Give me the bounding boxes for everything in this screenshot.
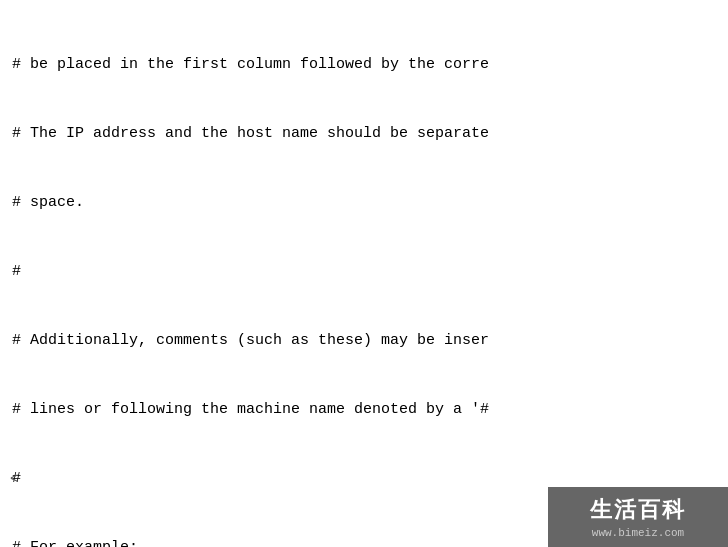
watermark-main-text: 生活百科 xyxy=(590,495,686,525)
watermark-sub-text: www.bimeiz.com xyxy=(592,527,684,539)
editor-container: # be placed in the first column followed… xyxy=(0,0,728,547)
scrollbar-indicator: < xyxy=(10,471,18,487)
line-1: # be placed in the first column followed… xyxy=(12,53,716,77)
line-4: # xyxy=(12,260,716,284)
line-2: # The IP address and the host name shoul… xyxy=(12,122,716,146)
line-6: # lines or following the machine name de… xyxy=(12,398,716,422)
line-3: # space. xyxy=(12,191,716,215)
watermark: 生活百科 www.bimeiz.com xyxy=(548,487,728,547)
text-content: # be placed in the first column followed… xyxy=(0,0,728,547)
line-5: # Additionally, comments (such as these)… xyxy=(12,329,716,353)
